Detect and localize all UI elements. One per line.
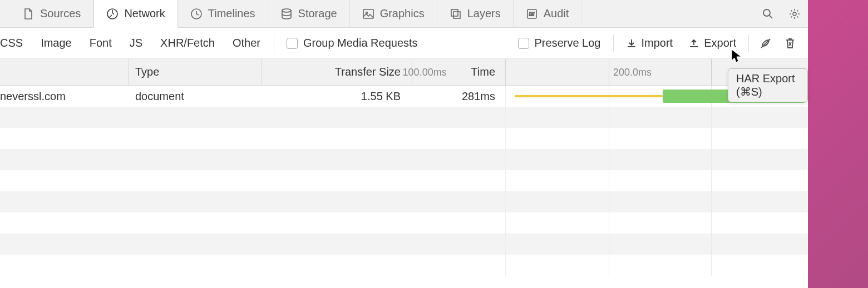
group-media-checkbox[interactable]: Group Media Requests [279, 37, 426, 49]
filter-js[interactable]: JS [121, 28, 151, 58]
database-icon [280, 8, 293, 20]
table-row [0, 149, 808, 170]
table-row [0, 170, 808, 191]
svg-rect-6 [453, 12, 460, 18]
timeline-tick-label: 100.00ms [403, 66, 599, 78]
column-label: Type [135, 66, 159, 78]
separator [613, 35, 614, 52]
clock-icon [190, 8, 203, 20]
network-toolbar: CSS Image Font JS XHR/Fetch Other Group … [0, 28, 808, 59]
filter-label: JS [130, 37, 142, 49]
audit-icon [526, 8, 538, 20]
filter-label: XHR/Fetch [160, 37, 215, 49]
disable-cache-button[interactable] [753, 28, 778, 58]
leaf-slash-icon [760, 37, 772, 49]
tab-label: Sources [40, 7, 81, 20]
button-label: Import [642, 37, 673, 49]
cell-value: document [135, 90, 184, 102]
layers-icon [450, 8, 462, 20]
tooltip-text: HAR Export (⌘S) [736, 72, 795, 98]
checkbox-label: Preserve Log [535, 37, 601, 49]
table-row [0, 234, 808, 255]
clear-button[interactable] [778, 28, 802, 58]
tab-network[interactable]: Network [93, 0, 177, 28]
table-row [0, 212, 808, 234]
cell-value: 1.55 KB [361, 90, 401, 103]
table-row [0, 128, 808, 149]
svg-point-8 [763, 9, 770, 16]
gear-icon [788, 8, 801, 20]
import-button[interactable]: Import [618, 28, 681, 58]
filter-xhr-fetch[interactable]: XHR/Fetch [151, 28, 224, 58]
svg-rect-5 [451, 9, 458, 16]
table-row [0, 191, 808, 212]
settings-button[interactable] [781, 0, 808, 27]
search-button[interactable] [754, 0, 781, 27]
trash-icon [785, 37, 796, 49]
tab-storage[interactable]: Storage [268, 0, 350, 27]
network-icon [106, 8, 119, 20]
filter-other[interactable]: Other [224, 28, 269, 58]
tab-label: Audit [544, 7, 569, 20]
filter-label: Image [41, 37, 72, 49]
export-tooltip: HAR Export (⌘S) [728, 68, 808, 102]
request-list: neverssl.com document 1.55 KB 281ms [0, 86, 808, 276]
tab-sources[interactable]: Sources [0, 0, 93, 27]
checkbox-label: Group Media Requests [303, 37, 418, 49]
filter-font[interactable]: Font [81, 28, 121, 58]
tab-layers[interactable]: Layers [437, 0, 514, 27]
svg-point-2 [282, 9, 291, 12]
timeline-tick-label: 200.0ms [613, 66, 707, 78]
separator [274, 35, 274, 52]
column-name[interactable] [0, 59, 128, 85]
svg-rect-3 [363, 9, 373, 18]
column-transfer-size[interactable]: Transfer Size [262, 59, 412, 85]
preserve-log-checkbox[interactable]: Preserve Log [510, 37, 609, 49]
tab-label: Storage [298, 7, 337, 20]
cell-name: neverssl.com [0, 90, 128, 103]
document-icon [22, 8, 34, 20]
table-header: Type Transfer Size Time 100.00ms 200.0ms [0, 59, 808, 86]
tab-audit[interactable]: Audit [514, 0, 582, 27]
tab-label: Network [124, 7, 165, 20]
cell-type: document [128, 90, 262, 103]
timeline-tick [711, 59, 712, 85]
separator [748, 35, 749, 52]
waterfall-wait-bar [515, 95, 663, 97]
search-icon [762, 8, 773, 19]
cell-time: 281ms [412, 90, 505, 103]
desktop-background [808, 0, 868, 288]
tab-timelines[interactable]: Timelines [178, 0, 268, 27]
timeline-tick [609, 59, 609, 85]
tab-label: Layers [467, 7, 501, 20]
table-row[interactable]: neverssl.com document 1.55 KB 281ms [0, 86, 808, 107]
table-row [0, 107, 808, 128]
filter-label: Font [90, 37, 112, 49]
filter-label: CSS [0, 37, 23, 49]
checkbox-icon [518, 38, 529, 49]
download-icon [626, 38, 637, 49]
svg-point-9 [793, 12, 796, 16]
table-row [0, 255, 808, 276]
cell-value: 281ms [462, 90, 495, 103]
export-button[interactable]: Export [680, 28, 744, 58]
devtools-panel: Sources Network Timelines Storage Graphi… [0, 0, 808, 288]
button-label: Export [704, 37, 736, 49]
tab-label: Graphics [380, 7, 425, 20]
filter-css[interactable]: CSS [0, 28, 32, 58]
filter-label: Other [233, 37, 260, 49]
image-icon [362, 8, 374, 20]
column-label: Transfer Size [335, 66, 401, 78]
column-type[interactable]: Type [128, 59, 262, 85]
filter-image[interactable]: Image [32, 28, 81, 58]
cell-value: neverssl.com [0, 90, 66, 102]
cell-size: 1.55 KB [262, 90, 412, 103]
checkbox-icon [287, 38, 298, 49]
tab-graphics[interactable]: Graphics [350, 0, 437, 27]
upload-icon [688, 38, 699, 49]
tab-label: Timelines [208, 7, 255, 20]
tab-bar: Sources Network Timelines Storage Graphi… [0, 0, 808, 28]
